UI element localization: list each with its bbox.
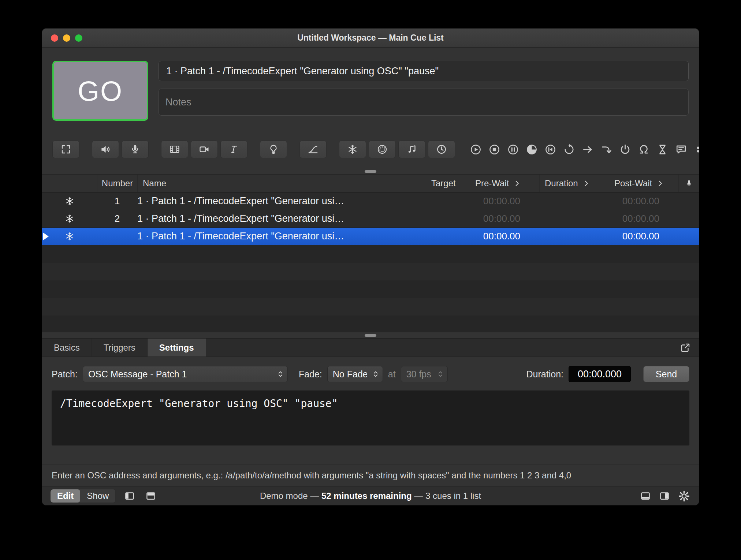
edit-mode-button[interactable]: Edit — [51, 489, 80, 503]
fps-value: 30 fps — [406, 369, 432, 380]
load-omega-icon — [638, 143, 650, 156]
window-title: Untitled Workspace — Main Cue List — [42, 33, 699, 43]
drag-handle[interactable] — [365, 334, 376, 337]
col-pre-wait[interactable]: Pre-Wait — [470, 175, 539, 192]
chevron-right-icon — [513, 180, 521, 187]
close-button[interactable] — [51, 34, 58, 42]
fade-curve-icon — [308, 144, 319, 155]
at-label: at — [388, 369, 396, 380]
play-circle-button[interactable] — [468, 141, 484, 157]
drag-handle[interactable] — [365, 170, 376, 173]
light-bulb-icon — [268, 144, 279, 155]
col-duration[interactable]: Duration — [539, 175, 609, 192]
col-name[interactable]: Name — [137, 175, 426, 192]
tab-settings[interactable]: Settings — [148, 339, 206, 356]
cue-row[interactable]: 21 · Patch 1 - /TimecodeExpert "Generato… — [42, 210, 699, 228]
toolbar-group — [52, 141, 79, 158]
microphone-icon — [130, 144, 141, 155]
traffic-lights — [42, 34, 82, 42]
toggle-bottom-panel-button[interactable] — [639, 489, 653, 503]
music-note-button[interactable] — [398, 141, 425, 158]
cue-pre-wait: 00:00.00 — [470, 213, 539, 224]
retrigger-button[interactable] — [561, 141, 577, 157]
timecode-clock-icon — [436, 144, 447, 155]
wait-hourglass-button[interactable] — [654, 141, 670, 157]
toggle-left-panel-button[interactable] — [123, 489, 137, 503]
reset-circle-button[interactable] — [542, 141, 558, 157]
network-snowflake-button[interactable] — [339, 141, 366, 158]
osc-message-input[interactable]: /TimecodeExpert "Generator using OSC" "p… — [52, 391, 689, 445]
camera-button[interactable] — [191, 141, 218, 158]
cue-name: 1 · Patch 1 - /TimecodeExpert "Generator… — [137, 213, 426, 224]
film-button[interactable] — [161, 141, 188, 158]
cue-row[interactable]: 1 · Patch 1 - /TimecodeExpert "Generator… — [42, 228, 699, 245]
header-fields: 1 · Patch 1 - /TimecodeExpert "Generator… — [159, 61, 689, 121]
stop-circle-button[interactable] — [486, 141, 502, 157]
patch-dropdown[interactable]: OSC Message - Patch 1 — [83, 366, 288, 382]
fade-curve-button[interactable] — [299, 141, 327, 158]
current-cue-display: 1 · Patch 1 - /TimecodeExpert "Generator… — [159, 61, 689, 81]
minimize-button[interactable] — [63, 34, 70, 42]
title-bar: Untitled Workspace — Main Cue List — [42, 29, 699, 48]
cue-number: 2 — [97, 213, 137, 224]
send-button[interactable]: Send — [643, 366, 689, 382]
speaker-button[interactable] — [92, 141, 119, 158]
script-dots-button[interactable] — [692, 141, 699, 157]
devamp-button[interactable] — [598, 141, 614, 157]
cue-post-wait: 00:00.00 — [609, 231, 678, 242]
duration-input[interactable] — [569, 366, 631, 382]
cue-row[interactable]: 11 · Patch 1 - /TimecodeExpert "Generato… — [42, 193, 699, 210]
toggle-top-panel-button[interactable] — [144, 489, 158, 503]
col-target[interactable]: Target — [426, 175, 470, 192]
patch-label: Patch: — [52, 369, 78, 380]
memo-bubble-button[interactable] — [673, 141, 689, 157]
fade-value: No Fade — [333, 369, 367, 380]
midi-button[interactable] — [369, 141, 396, 158]
col-icon — [42, 175, 97, 192]
settings-gear-button[interactable] — [677, 489, 691, 503]
stepper-icon — [372, 369, 380, 380]
light-bulb-button[interactable] — [260, 141, 287, 158]
music-note-icon — [406, 144, 417, 155]
title-text-icon — [228, 144, 239, 155]
open-in-window-button[interactable] — [679, 341, 692, 354]
bottom-splitter[interactable] — [42, 332, 699, 338]
goto-arrow-button[interactable] — [580, 141, 596, 157]
memo-bubble-icon — [675, 143, 687, 156]
cue-type-cell — [42, 231, 97, 241]
microphone-icon — [685, 179, 693, 187]
load-omega-button[interactable] — [636, 141, 652, 157]
zoom-button[interactable] — [75, 34, 82, 42]
wait-hourglass-icon — [656, 143, 669, 156]
transport-icons — [468, 141, 699, 157]
top-splitter[interactable] — [42, 168, 699, 174]
tab-triggers[interactable]: Triggers — [92, 339, 148, 356]
fade-dropdown[interactable]: No Fade — [327, 366, 383, 382]
col-armed[interactable] — [678, 175, 699, 192]
title-text-button[interactable] — [220, 141, 247, 158]
col-post-wait[interactable]: Post-Wait — [609, 175, 678, 192]
toolbar-groups — [52, 141, 455, 158]
timecode-clock-button[interactable] — [428, 141, 455, 158]
power-button[interactable] — [617, 141, 633, 157]
notes-input[interactable] — [159, 89, 689, 116]
reset-circle-icon — [544, 143, 556, 156]
show-mode-button[interactable]: Show — [80, 489, 115, 503]
camera-icon — [199, 144, 210, 155]
toolbar-group — [92, 141, 149, 158]
pause-circle-button[interactable] — [505, 141, 521, 157]
col-number[interactable]: Number — [97, 175, 137, 192]
script-dots-icon — [694, 143, 700, 156]
qlab-window: Untitled Workspace — Main Cue List GO 1 … — [42, 28, 699, 505]
status-bar-right — [639, 489, 691, 503]
load-circle-button[interactable] — [524, 141, 540, 157]
cue-post-wait: 00:00.00 — [609, 195, 678, 207]
group-expand-button[interactable] — [52, 141, 79, 158]
go-button[interactable]: GO — [52, 61, 148, 121]
toggle-right-panel-button[interactable] — [658, 489, 672, 503]
cue-rows[interactable]: 11 · Patch 1 - /TimecodeExpert "Generato… — [42, 193, 699, 332]
tab-basics[interactable]: Basics — [42, 339, 92, 356]
microphone-button[interactable] — [122, 141, 149, 158]
chevron-right-icon — [582, 180, 590, 187]
group-expand-icon — [60, 144, 71, 155]
